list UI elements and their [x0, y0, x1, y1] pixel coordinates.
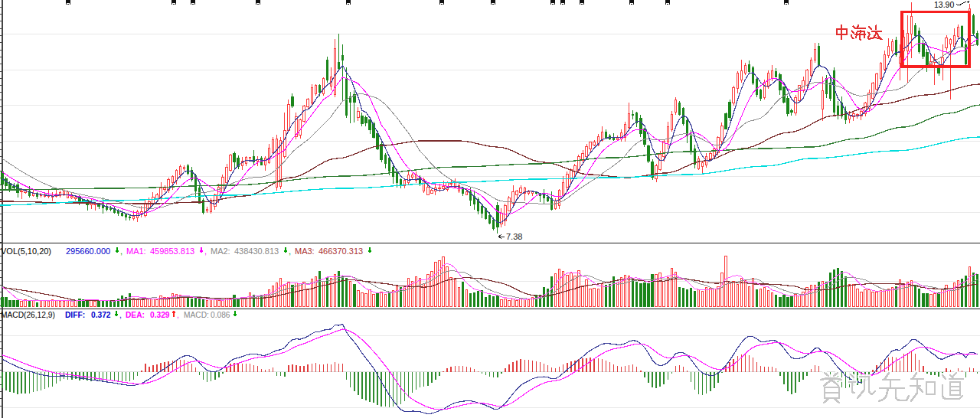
- svg-text:0.329: 0.329: [150, 311, 170, 319]
- svg-text:MA3:: MA3:: [295, 247, 315, 256]
- svg-text:,: ,: [289, 247, 291, 256]
- svg-text:VOL(5,10,20): VOL(5,10,20): [1, 247, 51, 256]
- svg-text:,: ,: [204, 247, 207, 256]
- svg-text:13.90: 13.90: [934, 0, 954, 9]
- svg-text:295660.000: 295660.000: [66, 247, 110, 256]
- svg-text:DEA:: DEA:: [126, 311, 145, 319]
- svg-text:,: ,: [177, 311, 179, 319]
- svg-text:MA1:: MA1:: [126, 247, 146, 256]
- svg-text:MA2:: MA2:: [211, 247, 230, 256]
- svg-text:0.372: 0.372: [91, 311, 111, 319]
- svg-text:DIFF:: DIFF:: [65, 311, 85, 319]
- svg-text:466370.313: 466370.313: [318, 247, 363, 256]
- svg-text:459853.813: 459853.813: [150, 247, 194, 256]
- svg-text:0.086: 0.086: [211, 311, 230, 319]
- svg-text:438430.813: 438430.813: [234, 247, 279, 256]
- svg-text:,: ,: [120, 247, 122, 256]
- svg-text:7.38: 7.38: [506, 232, 522, 241]
- svg-text:,: ,: [119, 311, 122, 319]
- svg-text:MACD:: MACD:: [184, 311, 209, 319]
- svg-text:MACD(26,12,9): MACD(26,12,9): [1, 311, 55, 319]
